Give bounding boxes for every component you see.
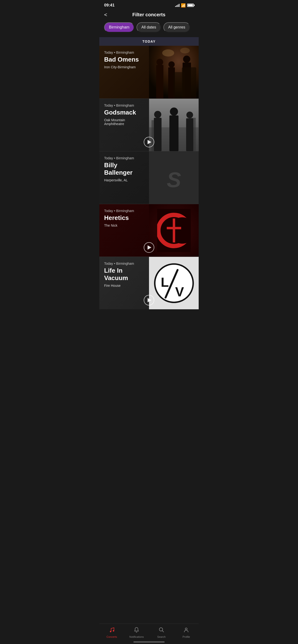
wifi-icon: 📶	[181, 3, 186, 8]
concert-card-bad-omens[interactable]: Today • Birmingham Bad Omens Iron City-B…	[99, 46, 199, 98]
page-title: Filter concerts	[111, 12, 187, 18]
card-image	[149, 99, 199, 151]
concert-date: Today • Birmingham	[104, 104, 144, 107]
location-filter[interactable]: Birmingham	[104, 22, 134, 32]
svg-rect-27	[167, 227, 181, 229]
artist-logo: S	[149, 152, 199, 204]
svg-rect-26	[173, 218, 175, 242]
signal-icon	[175, 4, 180, 7]
concert-venue: Oak Mountain Amphitheatre	[104, 118, 144, 126]
card-image	[149, 46, 199, 98]
svg-rect-19	[186, 118, 193, 151]
svg-point-8	[183, 56, 190, 63]
concert-venue: Fire House	[104, 284, 144, 288]
card-info: Today • Birmingham Bad Omens Iron City-B…	[99, 46, 149, 98]
concert-name: Life In Vacuum	[104, 267, 144, 282]
svg-point-1	[162, 49, 174, 56]
concert-name: Bad Omens	[104, 56, 144, 63]
svg-point-6	[169, 61, 175, 68]
concert-date: Today • Birmingham	[104, 156, 144, 160]
band-image	[149, 46, 199, 98]
status-icons: 📶	[175, 3, 194, 8]
concert-date: Today • Birmingham	[104, 262, 144, 266]
svg-rect-7	[183, 62, 191, 98]
svg-point-20	[186, 112, 193, 118]
concert-card-life-in-vacuum[interactable]: Today • Birmingham Life In Vacuum Fire H…	[99, 256, 199, 309]
svg-point-4	[157, 59, 163, 66]
svg-rect-3	[156, 65, 163, 98]
card-info: Today • Birmingham Billy Ballenger Harpe…	[99, 152, 149, 204]
card-image: L V	[149, 257, 199, 309]
concert-card-billy-ballenger[interactable]: Today • Birmingham Billy Ballenger Harpe…	[99, 151, 199, 204]
header: < Filter concerts	[99, 10, 199, 21]
svg-point-16	[154, 111, 161, 118]
status-time: 09:41	[104, 3, 114, 8]
concert-name: Billy Ballenger	[104, 162, 144, 176]
svg-rect-15	[154, 118, 162, 151]
svg-text:V: V	[175, 284, 184, 299]
concerts-list: TODAY Today • Birmingham Bad Omens Iron …	[99, 37, 199, 330]
concert-date: Today • Birmingham	[104, 209, 144, 213]
svg-rect-5	[168, 67, 175, 98]
genres-filter[interactable]: All genres	[163, 22, 190, 32]
card-info: Today • Birmingham Heretics The Nick	[99, 204, 149, 256]
lv-logo-svg: L V	[154, 263, 194, 304]
svg-point-18	[170, 108, 178, 116]
concert-name: Godsmack	[104, 109, 144, 116]
play-button-godsmack[interactable]	[144, 137, 154, 147]
heretics-logo-svg	[157, 209, 191, 252]
concert-card-heretics[interactable]: Today • Birmingham Heretics The Nick	[99, 204, 199, 256]
concert-card-godsmack[interactable]: Today • Birmingham Godsmack Oak Mountain…	[99, 98, 199, 151]
concert-name: Heretics	[104, 214, 144, 222]
concert-venue: Iron City-Birmingham	[104, 65, 144, 69]
dates-filter[interactable]: All dates	[136, 22, 161, 32]
play-button-heretics[interactable]	[144, 242, 154, 253]
band-photo	[149, 99, 199, 151]
card-image: S	[149, 152, 199, 204]
card-info: Today • Birmingham Life In Vacuum Fire H…	[99, 257, 149, 309]
section-header-today: TODAY	[99, 37, 199, 46]
svg-text:L: L	[161, 275, 169, 290]
play-button-life-in-vacuum[interactable]	[144, 295, 154, 306]
svg-rect-17	[169, 116, 179, 151]
card-info: Today • Birmingham Godsmack Oak Mountain…	[99, 99, 149, 151]
concert-venue: Harpersville, AL	[104, 178, 144, 182]
svg-point-2	[180, 48, 190, 54]
concert-date: Today • Birmingham	[104, 50, 144, 54]
filter-row: Birmingham All dates All genres	[99, 21, 199, 37]
svg-point-28	[155, 264, 193, 302]
concert-venue: The Nick	[104, 224, 144, 227]
card-image	[149, 204, 199, 256]
svg-text:S: S	[167, 168, 181, 192]
back-button[interactable]: <	[104, 12, 107, 18]
status-bar: 09:41 📶	[99, 0, 199, 10]
battery-icon	[187, 4, 194, 7]
band-silhouette	[149, 46, 199, 98]
